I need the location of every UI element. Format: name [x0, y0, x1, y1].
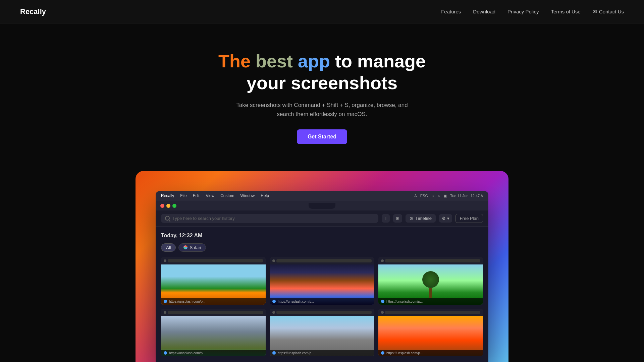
text-filter-button[interactable]: T	[382, 214, 390, 223]
search-placeholder: Type here to search your history	[172, 216, 235, 221]
screenshot-card[interactable]: https://unsplash.com/p...	[378, 309, 483, 356]
menu-item-custom[interactable]: Custom	[220, 193, 234, 198]
screenshot-card[interactable]: https://unsplash.com/p...	[270, 309, 374, 356]
preview-background: Recally File Edit View Custom Window Hel…	[136, 171, 508, 362]
screenshot-url: https://unsplash.com/p...	[378, 298, 483, 305]
search-icon	[165, 216, 170, 221]
menu-item-window[interactable]: Window	[240, 193, 255, 198]
content-date: Today, 12:32 AM	[161, 233, 483, 239]
window-bar	[385, 259, 480, 262]
app-preview-section: Recally File Edit View Custom Window Hel…	[107, 171, 537, 362]
url-favicon	[381, 351, 384, 355]
window-dot	[381, 311, 384, 314]
hero-section: The best app to manage your screenshots …	[0, 23, 644, 158]
window-dot	[272, 259, 275, 262]
screenshot-card[interactable]: https://unsplash.com/p...	[378, 257, 483, 305]
menu-item-view[interactable]: View	[206, 193, 214, 198]
window-dot	[164, 259, 166, 262]
calendar-icon: ⊙	[410, 216, 413, 221]
url-favicon	[272, 351, 276, 355]
screenshot-card[interactable]: https://unsplash.com/p...	[161, 309, 266, 356]
mac-titlebar	[156, 201, 488, 210]
hero-title-the: The	[218, 51, 251, 71]
settings-button[interactable]: ⚙ ▾	[439, 214, 452, 223]
mail-icon: ✉	[593, 9, 597, 15]
url-favicon	[164, 351, 167, 355]
screenshot-topbar	[270, 309, 374, 316]
get-started-button[interactable]: Get Started	[297, 129, 347, 144]
screenshot-topbar	[378, 309, 483, 316]
maximize-button[interactable]	[172, 204, 176, 208]
window-dot	[272, 311, 275, 314]
mac-menubar: Recally File Edit View Custom Window Hel…	[156, 191, 488, 201]
hero-title-rest: to manage	[335, 51, 426, 71]
screenshots-grid: https://unsplash.com/p...	[161, 257, 483, 356]
mac-menubar-right: A ESG ⊙ ⌕ ▣ Tue 11 Jun 12:47 A	[414, 194, 483, 198]
filter-all[interactable]: All	[161, 243, 176, 252]
nav-features[interactable]: Features	[441, 9, 461, 14]
navbar: Recally Features Download Privacy Policy…	[0, 0, 644, 23]
url-favicon	[381, 300, 384, 303]
screenshot-url: https://unsplash.com/p...	[161, 350, 266, 356]
window-bar	[168, 311, 263, 314]
screenshot-card[interactable]: https://unsplash.com/p...	[161, 257, 266, 305]
status-a: A	[414, 194, 417, 198]
image-filter-button[interactable]: ⊞	[393, 214, 402, 223]
minimize-button[interactable]	[166, 204, 170, 208]
hero-subtitle: Take screenshots with Command + Shift + …	[235, 101, 409, 119]
timeline-button[interactable]: ⊙ Timeline	[406, 214, 436, 223]
screenshot-topbar	[378, 257, 483, 264]
mac-app-content: Today, 12:32 AM All Safari	[156, 227, 488, 362]
filter-safari[interactable]: Safari	[178, 243, 206, 252]
screenshot-topbar	[161, 309, 266, 316]
camera-notch	[309, 203, 335, 209]
search-box[interactable]: Type here to search your history	[161, 214, 378, 223]
url-favicon	[272, 300, 276, 303]
tree-canopy	[422, 271, 439, 288]
nav-links: Features Download Privacy Policy Terms o…	[441, 9, 624, 15]
mac-window: Recally File Edit View Custom Window Hel…	[156, 191, 488, 362]
hero-title: The best app to manage your screenshots	[7, 50, 637, 94]
screenshot-url: https://unsplash.com/p...	[270, 298, 374, 305]
window-dot	[381, 259, 384, 262]
screenshot-card[interactable]: https://unsplash.com/p...	[270, 257, 374, 305]
hero-title-app: app	[298, 51, 330, 71]
search-menubar-icon[interactable]: ⌕	[438, 194, 440, 198]
screenshot-topbar	[161, 257, 266, 264]
hero-title-line2: your screenshots	[247, 73, 397, 93]
nav-download[interactable]: Download	[473, 9, 495, 14]
nav-privacy[interactable]: Privacy Policy	[507, 9, 539, 14]
menubar-clock: Tue 11 Jun 12:47 A	[450, 194, 483, 198]
hero-title-best: best	[256, 51, 293, 71]
screenshot-url: https://unsplash.com/p...	[378, 350, 483, 356]
tree-decoration	[422, 271, 439, 298]
menu-item-edit[interactable]: Edit	[193, 193, 200, 198]
window-bar	[385, 311, 480, 314]
screenshot-topbar	[270, 257, 374, 264]
nav-contact[interactable]: ✉ Contact Us	[593, 9, 624, 15]
menu-item-file[interactable]: File	[180, 193, 186, 198]
filter-bar: All Safari	[161, 243, 483, 252]
nav-terms[interactable]: Terms of Use	[551, 9, 580, 14]
free-plan-badge: Free Plan	[455, 214, 483, 223]
mac-toolbar: Type here to search your history T ⊞ ⊙ T…	[156, 210, 488, 227]
url-favicon	[164, 300, 167, 303]
window-bar	[168, 259, 263, 262]
display-icon: ▣	[443, 194, 447, 198]
window-dot	[164, 311, 166, 314]
window-bar	[276, 259, 372, 262]
status-esg: ESG	[420, 194, 428, 198]
menu-item-help[interactable]: Help	[261, 193, 269, 198]
window-bar	[276, 311, 372, 314]
menu-item-recally[interactable]: Recally	[161, 193, 174, 198]
tree-trunk	[429, 288, 432, 298]
brand-logo[interactable]: Recally	[20, 7, 46, 16]
traffic-lights	[160, 204, 176, 208]
close-button[interactable]	[160, 204, 164, 208]
screenshot-url: https://unsplash.com/p...	[161, 298, 266, 305]
wifi-icon: ⊙	[431, 194, 434, 198]
screenshot-url: https://unsplash.com/p...	[270, 350, 374, 356]
safari-icon	[183, 245, 187, 249]
